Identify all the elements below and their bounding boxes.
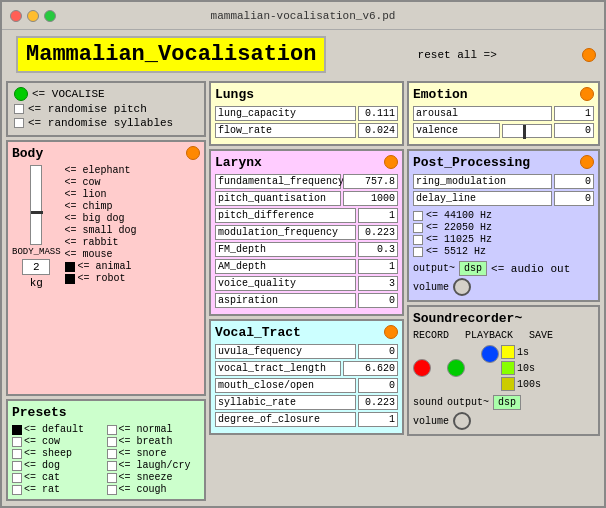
lung-capacity-value[interactable]: 0.111 — [358, 106, 398, 121]
randomise-syllables-row: <= randomise syllables — [14, 117, 198, 129]
body-mass-slider[interactable] — [30, 165, 42, 245]
flow-rate-value[interactable]: 0.024 — [358, 123, 398, 138]
sound-output-label: output~ — [447, 397, 489, 408]
preset-cough-check[interactable] — [107, 485, 117, 495]
vocal-tract-title: Vocal_Tract — [215, 325, 398, 340]
hz-22050-check[interactable] — [413, 223, 423, 233]
body-right: <= elephant <= cow <= lion <= chimp <= b… — [65, 165, 137, 289]
robot-label[interactable]: <= robot — [78, 273, 126, 284]
time-100s-dot[interactable] — [501, 377, 515, 391]
ring-mod-param: ring_modulation — [413, 174, 552, 189]
animal-mouse[interactable]: <= mouse — [65, 249, 137, 260]
volume-knob[interactable] — [453, 278, 471, 296]
post-dot — [580, 155, 594, 169]
delay-line-param: delay_line — [413, 191, 552, 206]
hz-44100-check[interactable] — [413, 211, 423, 221]
aspiration-value[interactable]: 0 — [358, 293, 398, 308]
closure-value[interactable]: 1 — [358, 412, 398, 427]
valence-value[interactable]: 0 — [554, 123, 594, 138]
arousal-value[interactable]: 1 — [554, 106, 594, 121]
maximize-button[interactable] — [44, 10, 56, 22]
preset-sneeze: <= sneeze — [107, 472, 201, 483]
hz-22050-label: <= 22050 Hz — [426, 222, 492, 233]
preset-sneeze-check[interactable] — [107, 473, 117, 483]
mouth-value[interactable]: 0 — [358, 378, 398, 393]
delay-line-value[interactable]: 0 — [554, 191, 594, 206]
animal-elephant[interactable]: <= elephant — [65, 165, 137, 176]
time-1s-dot[interactable] — [501, 345, 515, 359]
save-button[interactable] — [481, 345, 499, 363]
vt-length-value[interactable]: 6.620 — [343, 361, 398, 376]
preset-sheep: <= sheep — [12, 448, 106, 459]
vocal-tract-panel: Vocal_Tract uvula_fequency 0 vocal_tract… — [209, 319, 404, 435]
body-inner: BODY_MASS 2 kg <= elephant <= cow <= lio… — [12, 165, 200, 289]
animal-checkbox[interactable] — [65, 262, 75, 272]
sound-volume-knob[interactable] — [453, 412, 471, 430]
ring-mod-value[interactable]: 0 — [554, 174, 594, 189]
fm-depth-value[interactable]: 0.3 — [358, 242, 398, 257]
preset-sheep-check[interactable] — [12, 449, 22, 459]
time-indicators: 1s 10s 100s — [501, 345, 541, 391]
voice-quality-value[interactable]: 3 — [358, 276, 398, 291]
body-mass-value[interactable]: 2 — [22, 259, 50, 275]
post-processing-panel: Post_Processing ring_modulation 0 delay_… — [407, 149, 600, 302]
volume-label: volume — [413, 282, 449, 293]
valence-slider[interactable] — [502, 124, 552, 138]
randomise-syllables-label[interactable]: <= randomise syllables — [28, 117, 173, 129]
preset-cat-check[interactable] — [12, 473, 22, 483]
time-10s: 10s — [501, 361, 541, 375]
audio-out-label[interactable]: <= audio out — [491, 263, 570, 275]
preset-snore-check[interactable] — [107, 449, 117, 459]
robot-checkbox[interactable] — [65, 274, 75, 284]
window-title: mammalian-vocalisation_v6.pd — [211, 10, 396, 22]
am-depth-value[interactable]: 1 — [358, 259, 398, 274]
animal-lion[interactable]: <= lion — [65, 189, 137, 200]
hz-5512-check[interactable] — [413, 247, 423, 257]
preset-default-check[interactable] — [12, 425, 22, 435]
sound-dsp-button[interactable]: dsp — [493, 395, 521, 410]
animal-cow[interactable]: <= cow — [65, 177, 137, 188]
preset-rat-check[interactable] — [12, 485, 22, 495]
post-title: Post_Processing — [413, 155, 594, 170]
preset-laugh-check[interactable] — [107, 461, 117, 471]
preset-cow: <= cow — [12, 436, 106, 447]
preset-laugh: <= laugh/cry — [107, 460, 201, 471]
volume-row: volume — [413, 278, 594, 296]
dsp-button[interactable]: dsp — [459, 261, 487, 276]
am-depth-row: AM_depth 1 — [215, 259, 398, 274]
uvula-value[interactable]: 0 — [358, 344, 398, 359]
time-10s-dot[interactable] — [501, 361, 515, 375]
time-100s-label: 100s — [517, 379, 541, 390]
preset-dog-check[interactable] — [12, 461, 22, 471]
preset-breath-check[interactable] — [107, 437, 117, 447]
minimize-button[interactable] — [27, 10, 39, 22]
preset-cow-check[interactable] — [12, 437, 22, 447]
randomise-pitch-label[interactable]: <= randomise pitch — [28, 103, 147, 115]
closure-row: degree_of_closure 1 — [215, 412, 398, 427]
animal-label[interactable]: <= animal — [78, 261, 132, 272]
pitch-diff-value[interactable]: 1 — [358, 208, 398, 223]
randomise-pitch-checkbox[interactable] — [14, 104, 24, 114]
animal-chimp[interactable]: <= chimp — [65, 201, 137, 212]
mod-freq-value[interactable]: 0.223 — [358, 225, 398, 240]
vocalise-label[interactable]: <= VOCALISE — [32, 88, 105, 100]
randomise-syllables-checkbox[interactable] — [14, 118, 24, 128]
soundrecorder-panel: Soundrecorder~ RECORD PLAYBACK SAVE — [407, 305, 600, 436]
fund-freq-value[interactable]: 757.8 — [343, 174, 398, 189]
vocalise-indicator[interactable] — [14, 87, 28, 101]
pitch-quant-value[interactable]: 1000 — [343, 191, 398, 206]
emotion-panel: Emotion arousal 1 valence 0 — [407, 81, 600, 146]
animal-big-dog[interactable]: <= big dog — [65, 213, 137, 224]
rec-buttons-row: 1s 10s 100s — [413, 345, 594, 391]
playback-button[interactable] — [447, 359, 465, 377]
preset-normal-check[interactable] — [107, 425, 117, 435]
larynx-panel: Larynx fundamental_frequency 757.8 pitch… — [209, 149, 404, 316]
animal-rabbit[interactable]: <= rabbit — [65, 237, 137, 248]
valence-row: valence 0 — [413, 123, 594, 138]
close-button[interactable] — [10, 10, 22, 22]
syllabic-value[interactable]: 0.223 — [358, 395, 398, 410]
hz-11025-check[interactable] — [413, 235, 423, 245]
animal-small-dog[interactable]: <= small dog — [65, 225, 137, 236]
record-button[interactable] — [413, 359, 431, 377]
reset-all-label[interactable]: reset all => — [418, 49, 497, 61]
